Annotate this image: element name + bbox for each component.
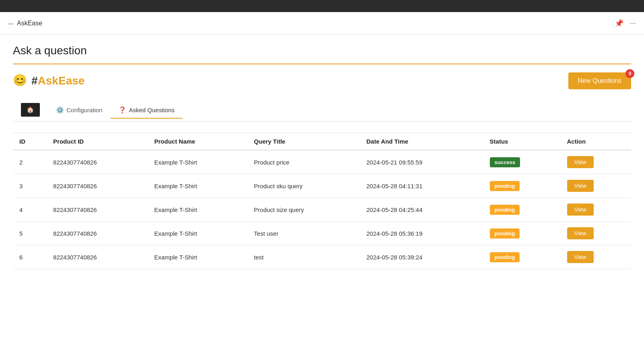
cell-action: View: [561, 198, 632, 222]
new-questions-button-wrapper: New Questions 0: [568, 72, 632, 89]
cell-query-title: Product price: [248, 150, 360, 174]
cell-id: 4: [13, 198, 47, 222]
tabs-nav: 🏠 ⚙️ Configuration ❓ Asked Questions: [13, 99, 631, 121]
cell-status: success: [483, 150, 561, 174]
new-questions-button[interactable]: New Questions: [568, 72, 632, 89]
tab-asked-questions-label: Asked Questions: [129, 107, 174, 113]
brand-smiley-icon: 😊: [13, 74, 27, 88]
tab-asked-questions[interactable]: ❓ Asked Questions: [110, 102, 182, 119]
cell-query-title: Product size query: [248, 198, 360, 222]
home-icon: 🏠: [21, 103, 40, 117]
status-badge: pending: [490, 205, 520, 215]
tab-configuration-label: Configuration: [66, 107, 102, 113]
cell-product-name: Example T-Shirt: [148, 150, 248, 174]
col-header-action: Action: [561, 133, 632, 150]
brand-logo: 😊 #AskEase: [13, 74, 85, 88]
app-header-left: — AskEase: [8, 20, 42, 27]
status-badge: pending: [490, 228, 520, 239]
cell-product-id: 8224307740826: [47, 174, 148, 198]
cell-query-title: Product sku query: [248, 174, 360, 198]
cell-product-id: 8224307740826: [47, 150, 148, 174]
top-bar: [0, 0, 644, 12]
new-questions-badge: 0: [625, 69, 634, 78]
cell-datetime: 2024-05-28 04:11:31: [360, 174, 483, 198]
asked-questions-icon: ❓: [118, 106, 126, 114]
cell-query-title: test: [248, 245, 360, 269]
page-title: Ask a question: [13, 44, 631, 57]
cell-query-title: Test user: [248, 222, 360, 245]
cell-status: pending: [483, 174, 561, 198]
orange-divider: [13, 64, 631, 64]
cell-product-name: Example T-Shirt: [148, 174, 248, 198]
cell-action: View: [561, 174, 632, 198]
cell-product-name: Example T-Shirt: [148, 245, 248, 269]
cell-id: 3: [13, 174, 47, 198]
table-row: 4 8224307740826 Example T-Shirt Product …: [13, 198, 631, 222]
pin-icon[interactable]: 📌: [615, 19, 623, 28]
cell-id: 2: [13, 150, 47, 174]
cell-product-id: 8224307740826: [47, 245, 148, 269]
view-button[interactable]: View: [567, 251, 594, 263]
app-title: AskEase: [17, 20, 42, 27]
brand-name-black: Ask: [38, 74, 58, 87]
table-header-row: ID Product ID Product Name Query Title D…: [13, 133, 631, 150]
cell-action: View: [561, 150, 632, 174]
hamburger-icon[interactable]: —: [8, 20, 14, 27]
app-header: — AskEase 📌 ···: [0, 12, 644, 35]
app-header-right: 📌 ···: [615, 19, 636, 28]
cell-action: View: [561, 245, 632, 269]
cell-datetime: 2024-05-28 04:25:44: [360, 198, 483, 222]
view-button[interactable]: View: [567, 156, 594, 168]
cell-product-id: 8224307740826: [47, 222, 148, 245]
table-row: 6 8224307740826 Example T-Shirt test 202…: [13, 245, 631, 269]
col-header-product-name: Product Name: [148, 133, 248, 150]
table-row: 5 8224307740826 Example T-Shirt Test use…: [13, 222, 631, 245]
view-button[interactable]: View: [567, 227, 594, 239]
cell-action: View: [561, 222, 632, 245]
table-row: 2 8224307740826 Example T-Shirt Product …: [13, 150, 631, 174]
brand-header: 😊 #AskEase New Questions 0: [13, 72, 631, 89]
view-button[interactable]: View: [567, 204, 594, 216]
cell-status: pending: [483, 198, 561, 222]
cell-datetime: 2024-05-28 05:36:19: [360, 222, 483, 245]
cell-id: 6: [13, 245, 47, 269]
brand-name-orange: Ease: [58, 74, 85, 87]
questions-table: ID Product ID Product Name Query Title D…: [13, 133, 631, 269]
configuration-icon: ⚙️: [56, 106, 64, 114]
main-content: Ask a question 😊 #AskEase New Questions …: [0, 35, 644, 362]
tab-configuration[interactable]: ⚙️ Configuration: [48, 102, 110, 119]
cell-status: pending: [483, 222, 561, 245]
cell-status: pending: [483, 245, 561, 269]
tab-home[interactable]: 🏠: [13, 99, 48, 121]
cell-product-id: 8224307740826: [47, 198, 148, 222]
status-badge: success: [490, 157, 520, 167]
cell-product-name: Example T-Shirt: [148, 198, 248, 222]
cell-datetime: 2024-05-28 05:39:24: [360, 245, 483, 269]
more-options-icon[interactable]: ···: [630, 19, 636, 27]
cell-product-name: Example T-Shirt: [148, 222, 248, 245]
cell-id: 5: [13, 222, 47, 245]
status-badge: pending: [490, 252, 520, 262]
brand-name: #AskEase: [31, 74, 85, 87]
col-header-date-time: Date And Time: [360, 133, 483, 150]
status-badge: pending: [490, 181, 520, 191]
cell-datetime: 2024-05-21 09:55:59: [360, 150, 483, 174]
col-header-id: ID: [13, 133, 47, 150]
view-button[interactable]: View: [567, 180, 594, 192]
col-header-query-title: Query Title: [248, 133, 360, 150]
col-header-status: Status: [483, 133, 561, 150]
col-header-product-id: Product ID: [47, 133, 148, 150]
table-row: 3 8224307740826 Example T-Shirt Product …: [13, 174, 631, 198]
